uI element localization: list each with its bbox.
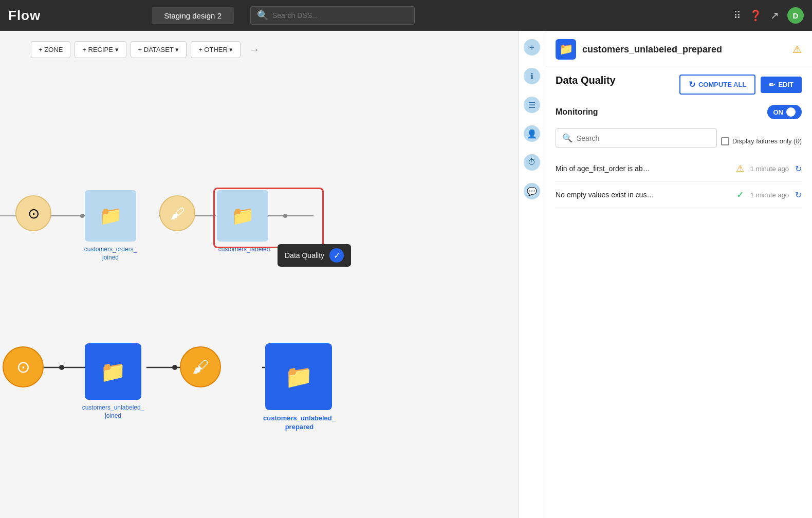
quality-items-list: Min of age_first_order is ab… ⚠ 1 minute… <box>556 156 802 208</box>
top-nav: Flow Staging design 2 🔍 ⠿ ❓ ↗ D <box>0 0 812 31</box>
compute-all-button[interactable]: ↻ COMPUTE ALL <box>679 75 755 95</box>
panel-warning-icon: ⚠ <box>792 43 802 55</box>
chat-icon[interactable]: 💬 <box>524 183 540 199</box>
svg-point-1 <box>80 214 84 218</box>
right-panel: 📁 customers_unlabeled_prepared ⚠ Data Qu… <box>545 31 812 518</box>
search-input[interactable] <box>272 11 408 20</box>
arrow-icon: → <box>249 44 259 55</box>
selected-node-border <box>213 188 324 248</box>
quality-item-1-status: ⚠ <box>736 163 744 174</box>
quality-item-1[interactable]: Min of age_first_order is ab… ⚠ 1 minute… <box>556 156 802 182</box>
panel-actions: ↻ COMPUTE ALL ✏ EDIT <box>679 75 802 95</box>
active-tab[interactable]: Staging design 2 <box>152 7 234 24</box>
svg-point-13 <box>172 365 177 370</box>
failures-checkbox[interactable] <box>721 137 729 145</box>
quality-search-input[interactable] <box>577 134 710 142</box>
nav-icons: ⠿ ❓ ↗ D <box>733 7 804 24</box>
quality-item-1-refresh[interactable]: ↻ <box>795 164 802 174</box>
display-failures-filter: Display failures only (0) <box>721 137 802 145</box>
flow-toolbar: + ZONE + RECIPE ▾ + DATASET ▾ + OTHER ▾ … <box>31 41 259 58</box>
quality-item-2-time: 1 minute ago <box>750 191 789 199</box>
quality-item-2-status: ✓ <box>736 189 744 200</box>
monitoring-row: Monitoring ON <box>556 105 802 119</box>
search-icon: 🔍 <box>257 10 268 21</box>
toggle-circle <box>786 107 796 117</box>
section-title: Data Quality <box>556 75 616 86</box>
side-icon-bar: ＋ ℹ ☰ 👤 ⏱ 💬 <box>518 31 545 518</box>
app-logo: Flow <box>8 8 41 24</box>
quality-item-1-text: Min of age_first_order is ab… <box>556 164 730 173</box>
edit-icon: ✏ <box>769 81 775 89</box>
data-quality-tooltip[interactable]: Data Quality ✓ <box>278 244 351 267</box>
node-label-unlabeled-prepared: customers_unlabeled_prepared <box>260 414 339 432</box>
tooltip-check-icon: ✓ <box>329 248 344 263</box>
search-icon: 🔍 <box>562 133 573 143</box>
add-zone-button[interactable]: + ZONE <box>31 41 70 58</box>
quality-search-bar[interactable]: 🔍 <box>556 128 717 147</box>
join-node-2[interactable]: ⊙ <box>3 346 44 387</box>
clock-icon[interactable]: ⏱ <box>524 154 540 171</box>
recipe-node-1[interactable]: 🖌 <box>159 195 195 231</box>
dataset-node-orders-joined[interactable]: 📁 <box>85 190 136 242</box>
monitoring-label: Monitoring <box>556 107 598 117</box>
main-layout: + ZONE + RECIPE ▾ + DATASET ▾ + OTHER ▾ … <box>0 31 812 518</box>
panel-header-icon: 📁 <box>556 39 576 60</box>
recipe-node-2[interactable]: 🖌 <box>180 346 221 387</box>
tooltip-label: Data Quality <box>285 251 324 260</box>
quality-item-2[interactable]: No empty values exist in cus… ✓ 1 minute… <box>556 182 802 208</box>
dataset-node-unlabeled-joined[interactable]: 📁 <box>85 343 141 400</box>
add-recipe-button[interactable]: + RECIPE ▾ <box>75 41 126 58</box>
filter-row: 🔍 Display failures only (0) <box>556 128 802 154</box>
panel-header: 📁 customers_unlabeled_prepared ⚠ <box>545 31 812 66</box>
add-other-button[interactable]: + OTHER ▾ <box>191 41 241 58</box>
quality-item-2-text: No empty values exist in cus… <box>556 191 730 199</box>
quality-item-1-time: 1 minute ago <box>750 165 789 173</box>
refresh-icon: ↻ <box>689 80 695 89</box>
folder-icon: 📁 <box>559 43 573 56</box>
dataset-node-unlabeled-prepared[interactable]: 📁 <box>265 343 332 410</box>
node-label-orders-joined: customers_orders_joined <box>80 246 141 262</box>
node-label-unlabeled-joined: customers_unlabeled_joined <box>80 404 146 420</box>
help-icon[interactable]: ❓ <box>749 9 762 22</box>
quality-item-2-refresh[interactable]: ↻ <box>795 190 802 200</box>
add-dataset-button[interactable]: + DATASET ▾ <box>131 41 187 58</box>
flow-connections <box>0 31 545 518</box>
grid-icon[interactable]: ⠿ <box>733 9 741 22</box>
edit-button[interactable]: ✏ EDIT <box>761 77 802 93</box>
svg-point-10 <box>59 365 64 370</box>
panel-title: customers_unlabeled_prepared <box>582 44 786 55</box>
user-icon[interactable]: 👤 <box>524 125 540 142</box>
add-icon[interactable]: ＋ <box>524 39 540 55</box>
data-quality-section: Data Quality ↻ COMPUTE ALL ✏ EDIT Monito… <box>545 66 812 216</box>
monitoring-toggle[interactable]: ON <box>767 105 802 119</box>
analytics-icon[interactable]: ↗ <box>770 9 779 22</box>
flow-canvas: + ZONE + RECIPE ▾ + DATASET ▾ + OTHER ▾ … <box>0 31 545 518</box>
list-icon[interactable]: ☰ <box>524 97 540 113</box>
global-search[interactable]: 🔍 <box>250 6 415 25</box>
display-failures-label: Display failures only (0) <box>732 137 802 145</box>
join-node-1[interactable]: ⊙ <box>15 195 51 231</box>
user-avatar[interactable]: D <box>787 7 804 24</box>
info-icon[interactable]: ℹ <box>524 68 540 84</box>
